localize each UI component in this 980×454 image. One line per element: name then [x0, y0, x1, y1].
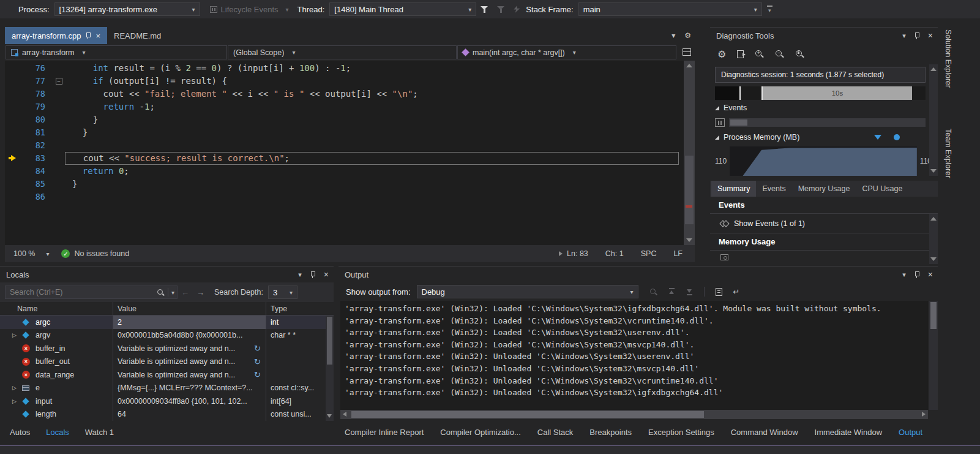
scroll-up-icon[interactable]: [930, 217, 937, 221]
fold-collapse-icon[interactable]: −: [56, 78, 62, 85]
column-header-type[interactable]: Type: [266, 302, 334, 315]
diagnostics-upper-scrollbar[interactable]: [929, 64, 938, 176]
events-section-header[interactable]: Events: [710, 100, 938, 116]
breakpoint-margin[interactable]: [5, 165, 20, 178]
locals-value-cell[interactable]: 0x00000009034ff8a0 {100, 101, 102...: [113, 395, 266, 408]
close-icon[interactable]: ×: [928, 31, 933, 40]
scroll-down-icon[interactable]: [930, 257, 937, 261]
memory-graph[interactable]: [730, 146, 917, 176]
code-line[interactable]: 86: [5, 191, 684, 203]
locals-row[interactable]: ▷argv0x000001bb5a04d8b0 {0x000001b...cha…: [0, 329, 334, 342]
code-text[interactable]: cout << "success; result is correct.\n";: [65, 152, 679, 165]
search-icon[interactable]: [157, 289, 165, 297]
locals-value-cell[interactable]: Variable is optimized away and n...↻: [113, 342, 266, 355]
locals-value-cell[interactable]: Variable is optimized away and n...↻: [113, 368, 266, 382]
scroll-down-icon[interactable]: [327, 414, 332, 418]
breakpoint-margin[interactable]: [5, 88, 20, 100]
code-text[interactable]: int result = (i % 2 == 0) ? (input[i] + …: [65, 62, 684, 75]
thread-dropdown[interactable]: [1480] Main Thread ▾: [329, 2, 476, 16]
code-text[interactable]: if (output[i] != result) {: [65, 75, 684, 88]
code-text[interactable]: return -1;: [65, 100, 684, 113]
pin-icon[interactable]: [914, 271, 920, 279]
tool-window-tab[interactable]: Autos: [10, 428, 30, 437]
column-header-value[interactable]: Value: [113, 302, 266, 315]
breakpoint-margin[interactable]: [5, 75, 20, 88]
breakpoint-margin[interactable]: [5, 191, 20, 203]
diagnostics-tab[interactable]: CPU Usage: [856, 181, 908, 197]
stack-frame-dropdown[interactable]: main ▾: [578, 2, 762, 16]
close-icon[interactable]: ×: [928, 270, 933, 279]
process-memory-section-header[interactable]: Process Memory (MB): [710, 129, 938, 145]
tool-window-tab[interactable]: Command Window: [731, 428, 798, 437]
code-line[interactable]: 83 cout << "success; result is correct.\…: [5, 152, 684, 165]
locals-value-cell[interactable]: Variable is optimized away and n...↻: [113, 355, 266, 369]
gear-icon[interactable]: ⚙: [684, 31, 691, 40]
tab-list-chevron-icon[interactable]: ▾: [671, 31, 675, 40]
scroll-down-icon[interactable]: [930, 169, 937, 173]
breakpoint-margin[interactable]: [5, 100, 20, 113]
output-source-dropdown[interactable]: Debug ▾: [417, 285, 638, 298]
process-dropdown[interactable]: [13264] array-transform.exe ▾: [54, 2, 200, 16]
scrollbar-thumb[interactable]: [327, 317, 332, 365]
scope-dropdown[interactable]: (Global Scope) ▾: [228, 45, 457, 59]
scroll-down-icon[interactable]: [686, 238, 692, 242]
tool-window-tab[interactable]: Compiler Inline Report: [345, 428, 424, 437]
eol-indicator[interactable]: LF: [673, 249, 683, 258]
filter-threads-icon[interactable]: [481, 6, 488, 13]
locals-row[interactable]: ×data_rangeVariable is optimized away an…: [0, 368, 334, 382]
locals-row[interactable]: argc2int: [0, 316, 334, 329]
locals-row[interactable]: length64const unsi...: [0, 408, 334, 422]
locals-value-cell[interactable]: 0x000001bb5a04d8b0 {0x000001b...: [113, 329, 266, 342]
reset-view-icon[interactable]: [795, 50, 804, 59]
expand-icon[interactable]: ▷: [12, 385, 22, 391]
search-depth-dropdown[interactable]: 3 ▾: [268, 286, 297, 299]
scrollbar-thumb[interactable]: [685, 156, 694, 224]
code-line[interactable]: 79 return -1;: [5, 100, 684, 113]
code-text[interactable]: [65, 139, 684, 152]
code-text[interactable]: [65, 191, 684, 203]
right-rail-tab[interactable]: Solution Explorer: [944, 29, 952, 88]
output-title-bar[interactable]: Output ▾ ×: [339, 267, 938, 282]
diagnostics-lower-scrollbar[interactable]: [929, 214, 938, 264]
breakpoint-margin[interactable]: [5, 62, 20, 75]
window-position-chevron-icon[interactable]: ▾: [902, 271, 906, 279]
code-line[interactable]: 80 }: [5, 113, 684, 126]
code-line[interactable]: 84 return 0;: [5, 165, 684, 178]
diagnostic-tools-title-bar[interactable]: Diagnostic Tools ▾ ×: [710, 28, 938, 44]
show-events-link[interactable]: Show Events (1 of 1): [734, 219, 805, 228]
tool-window-tab[interactable]: Exception Settings: [648, 428, 714, 437]
pin-icon[interactable]: [914, 32, 920, 40]
code-line[interactable]: 77− if (output[i] != result) {: [5, 75, 684, 88]
search-forward-icon[interactable]: →: [196, 288, 204, 297]
toolbar-overflow-icon[interactable]: ▾: [767, 6, 772, 13]
pin-icon[interactable]: [85, 32, 91, 40]
locals-value-cell[interactable]: {MMsg={...} MCLErr=??? MContext=?...: [113, 382, 266, 395]
refresh-icon[interactable]: ↻: [254, 357, 261, 366]
locals-value-cell[interactable]: 2: [113, 316, 266, 329]
events-track[interactable]: [729, 118, 926, 127]
clear-all-icon[interactable]: [716, 288, 722, 296]
code-text[interactable]: }: [65, 113, 684, 126]
locals-row[interactable]: ▷input0x00000009034ff8a0 {100, 101, 102.…: [0, 395, 334, 408]
pin-icon[interactable]: [310, 271, 316, 279]
snapshot-icon[interactable]: [720, 254, 728, 260]
scroll-up-icon[interactable]: [930, 67, 937, 71]
lifecycle-events-button[interactable]: Lifecycle Events ▾: [210, 5, 289, 14]
tool-window-tab[interactable]: Immediate Window: [815, 428, 883, 437]
window-position-chevron-icon[interactable]: ▾: [298, 271, 302, 279]
split-editor-icon[interactable]: [683, 48, 691, 56]
diagnostics-tab[interactable]: Summary: [711, 181, 756, 197]
code-text[interactable]: cout << "fail; element " << i << " is " …: [65, 88, 684, 100]
code-line[interactable]: 82: [5, 139, 684, 152]
diagnostics-tab[interactable]: Memory Usage: [792, 181, 856, 197]
breakpoint-margin[interactable]: [5, 152, 20, 165]
output-horizontal-scrollbar[interactable]: [340, 410, 928, 419]
breakpoint-margin[interactable]: [5, 113, 20, 126]
tool-window-tab[interactable]: Locals: [46, 428, 69, 437]
tool-window-tab[interactable]: Output: [899, 428, 922, 437]
toggle-word-wrap-icon[interactable]: ↵: [733, 287, 740, 297]
close-icon[interactable]: ×: [324, 270, 329, 279]
zoom-out-icon[interactable]: −: [775, 50, 784, 59]
show-events-row[interactable]: Show Events (1 of 1): [710, 214, 938, 233]
code-line[interactable]: 78 cout << "fail; element " << i << " is…: [5, 88, 684, 100]
